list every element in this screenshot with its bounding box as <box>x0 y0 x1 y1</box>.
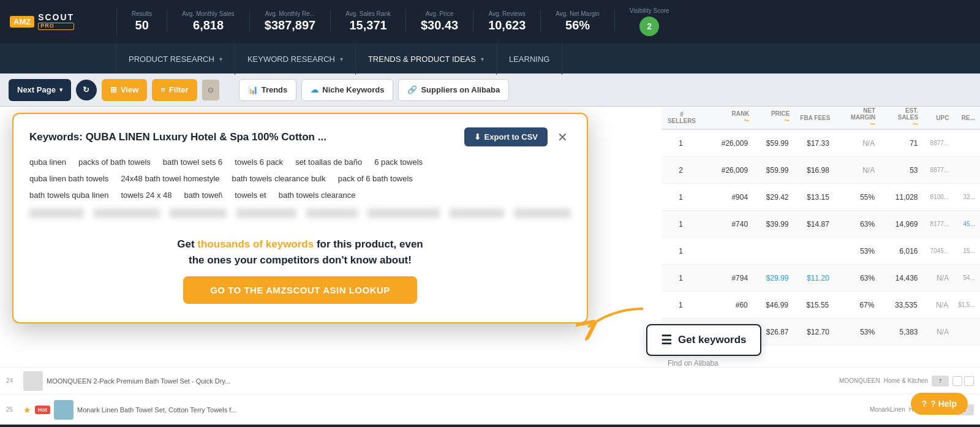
keyword-tag: towels 24 x 48 <box>121 191 172 200</box>
upsell-text: Get thousands of keywords for this produ… <box>29 236 571 268</box>
stat-sales-rank: Avg. Sales Rank 15,371 <box>331 10 406 32</box>
suppliers-button[interactable]: 🔗 Suppliers on Alibaba <box>398 79 509 101</box>
keyword-tag: bath towels quba linen <box>29 191 108 200</box>
visibility-badge: 2 <box>639 17 659 36</box>
nav-product-research[interactable]: PRODUCT RESEARCH ▾ <box>116 43 235 75</box>
modal-actions: ⬇ Export to CSV ✕ <box>464 127 571 146</box>
export-csv-button[interactable]: ⬇ Export to CSV <box>464 127 548 146</box>
view-button[interactable]: ⊞ View <box>102 79 147 101</box>
logo-mark: AMZ <box>10 16 34 28</box>
trends-icon: 📊 <box>248 85 258 94</box>
refresh-icon: ↻ <box>83 85 89 94</box>
find-on-alibaba-link[interactable]: Find on Alibaba <box>668 359 718 368</box>
download-icon: ⬇ <box>474 132 481 142</box>
filter-extra: ⊙ <box>202 80 219 100</box>
keyword-tag: towels et <box>235 191 266 200</box>
keyword-tag: quba linen bath towels <box>29 174 108 183</box>
keyword-tag: 24x48 bath towel homestyle <box>121 174 219 183</box>
refresh-button[interactable]: ↻ <box>76 80 97 100</box>
trends-button[interactable]: 📊 Trends <box>239 79 297 101</box>
nav-bar: PRODUCT RESEARCH ▾ KEYWORD RESEARCH ▾ TR… <box>0 43 980 74</box>
upsell-section: Get thousands of keywords for this produ… <box>29 227 571 309</box>
keyword-tag: 6 pack towels <box>374 157 423 167</box>
keywords-blurred-row <box>29 208 571 218</box>
stat-price: Avg. Price $30.43 <box>406 10 473 32</box>
get-keywords-icon: ☰ <box>661 333 672 347</box>
help-icon: ? <box>922 399 927 409</box>
upsell-highlight: thousands of keywords <box>197 238 314 250</box>
toolbar: Next Page ▾ ↻ ⊞ View ≡ Filter ⊙ 📊 Trends… <box>0 74 980 107</box>
keywords-modal: Keywords: QUBA LINEN Luxury Hotel & Spa … <box>12 113 588 323</box>
nav-keyword-research[interactable]: KEYWORD RESEARCH ▾ <box>235 43 356 75</box>
keyword-tag: bath towel\ <box>184 191 222 200</box>
stat-monthly-sales: Avg. Monthly Sales 6,818 <box>167 10 249 32</box>
keyword-tag: packs of bath towels <box>78 157 151 167</box>
modal-overlay: Keywords: QUBA LINEN Luxury Hotel & Spa … <box>0 107 980 425</box>
modal-title: Keywords: QUBA LINEN Luxury Hotel & Spa … <box>29 131 326 143</box>
arrow-pointer <box>576 297 649 348</box>
nav-learning[interactable]: LEARNING <box>497 43 562 75</box>
logo-text: SCOUT PRO <box>38 13 74 29</box>
modal-header: Keywords: QUBA LINEN Luxury Hotel & Spa … <box>29 127 571 146</box>
get-keywords-popup[interactable]: ☰ Get keywords <box>646 324 761 356</box>
keyword-tag: pack of 6 bath towels <box>338 174 413 183</box>
filter-icon: ≡ <box>160 85 165 94</box>
stat-monthly-revenue: Avg. Monthly Re... $387,897 <box>250 10 331 32</box>
stat-reviews: Avg. Reviews 10,623 <box>473 10 541 32</box>
nav-trends-product-ideas[interactable]: TRENDS & PRODUCT IDEAS ▾ <box>356 43 497 75</box>
chevron-down-icon: ▾ <box>59 86 62 93</box>
niche-keywords-icon: ☁ <box>311 85 318 94</box>
next-page-button[interactable]: Next Page ▾ <box>9 79 71 101</box>
get-keywords-label: Get keywords <box>678 334 747 346</box>
keyword-tag: bath towels clearance <box>279 191 356 200</box>
help-button[interactable]: ? ? Help <box>911 393 968 415</box>
keyword-tag: set toallas de baño <box>295 157 362 167</box>
stat-results: Results 50 <box>117 10 167 32</box>
view-icon: ⊞ <box>110 85 117 94</box>
stat-visibility: Visibility Score 2 <box>615 7 684 36</box>
keyword-tag: quba linen <box>29 157 66 167</box>
keyword-tag: towels 6 pack <box>235 157 283 167</box>
keywords-row-1: quba linen packs of bath towels bath tow… <box>29 157 571 167</box>
modal-close-button[interactable]: ✕ <box>554 129 571 146</box>
stat-net-margin: Avg. Net Margin 56% <box>541 10 615 32</box>
niche-keywords-button[interactable]: ☁ Niche Keywords <box>301 79 393 101</box>
keyword-tag: bath towel sets 6 <box>163 157 223 167</box>
logo: AMZ SCOUT PRO <box>0 13 116 29</box>
keywords-row-2: quba linen bath towels 24x48 bath towel … <box>29 174 571 183</box>
keyword-tag: bath towels clearance bulk <box>232 174 326 183</box>
keywords-row-3: bath towels quba linen towels 24 x 48 ba… <box>29 191 571 200</box>
suppliers-icon: 🔗 <box>407 85 417 94</box>
table-area: # Sellers Rank 〜 Price 〜 FBA Fees Net Ma… <box>0 107 980 425</box>
filter-button[interactable]: ≡ Filter <box>152 79 197 101</box>
stats-bar: Results 50 Avg. Monthly Sales 6,818 Avg.… <box>116 7 980 36</box>
asin-lookup-button[interactable]: GO TO THE AMZSCOUT ASIN LOOKUP <box>183 276 417 304</box>
header: AMZ SCOUT PRO Results 50 Avg. Monthly Sa… <box>0 0 980 43</box>
